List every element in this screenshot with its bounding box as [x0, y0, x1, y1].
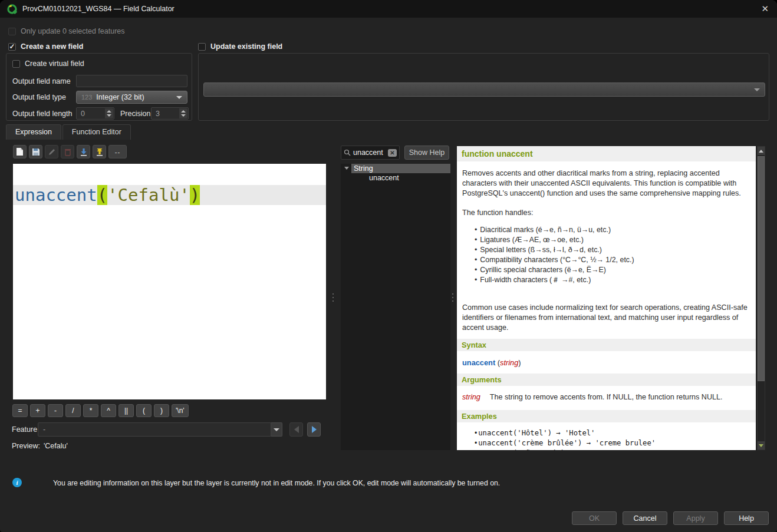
delete-expression-button[interactable]: [61, 145, 74, 158]
output-length-spinner[interactable]: 0: [76, 107, 114, 120]
scrollbar-thumb[interactable]: [758, 156, 765, 381]
argument-description: The string to remove accents from. If NU…: [490, 393, 723, 401]
feature-row: Feature -: [12, 422, 321, 437]
preview-row: Preview: 'Cefalu': [12, 442, 68, 450]
help-title: function unaccent: [457, 146, 756, 161]
op-minus-button[interactable]: -: [48, 404, 63, 417]
update-existing-row: Update existing field: [198, 42, 282, 51]
output-name-input[interactable]: [76, 75, 187, 87]
dialog-buttons: OK Cancel Apply Help: [572, 511, 769, 525]
number-type-icon: 123: [81, 94, 92, 101]
help-handles-list: Diacritical marks (é→e, ñ→n, ü→u, etc.) …: [475, 225, 756, 285]
import-expression-button[interactable]: [77, 145, 90, 158]
previous-feature-button[interactable]: [289, 422, 303, 437]
op-concat-button[interactable]: ||: [118, 404, 134, 417]
op-multiply-button[interactable]: *: [83, 404, 98, 417]
function-item-unaccent[interactable]: unaccent: [341, 173, 450, 183]
save-expression-button[interactable]: [29, 145, 42, 158]
arrow-up-icon: [759, 150, 763, 153]
output-type-row: Output field type 123 Integer (32 bit): [12, 91, 187, 104]
scroll-up-button[interactable]: [758, 147, 765, 155]
help-scrollbar[interactable]: [757, 146, 765, 450]
new-field-groupbox: Create virtual field Output field name O…: [6, 53, 192, 121]
list-item: Diacritical marks (é→e, ñ→n, ü→u, etc.): [475, 225, 756, 235]
precision-spinner[interactable]: 3: [151, 107, 189, 120]
output-length-value: 0: [81, 110, 85, 118]
syntax-close: ): [518, 358, 521, 367]
function-group-string[interactable]: String: [341, 164, 450, 173]
search-value: unaccent: [353, 148, 386, 157]
create-virtual-checkbox[interactable]: [12, 60, 20, 68]
op-equals-button[interactable]: =: [12, 404, 28, 417]
cancel-button[interactable]: Cancel: [623, 511, 667, 525]
list-item: Full-width characters (＃ →#, etc.): [475, 275, 756, 285]
list-item: Special letters (ß→ss, ł→l, ð→d, etc.): [475, 245, 756, 255]
chevron-down-icon: [274, 428, 279, 431]
check-icon: ✓: [9, 44, 15, 49]
arrow-down-icon: [80, 148, 88, 156]
create-new-field-checkbox[interactable]: ✓: [8, 43, 16, 51]
op-newline-button[interactable]: '\n': [172, 404, 189, 417]
tab-function-editor[interactable]: Function Editor: [62, 124, 131, 140]
window-title: ProvCM01012021_WGS84 — Field Calculator: [22, 5, 175, 13]
only-update-label: Only update 0 selected features: [21, 27, 125, 35]
show-help-button[interactable]: Show Help: [404, 146, 449, 160]
apply-button[interactable]: Apply: [673, 511, 718, 525]
list-item: unaccent('Hôtel') → 'Hotel': [475, 428, 756, 438]
op-power-button[interactable]: ^: [101, 404, 116, 417]
expression-extra-button[interactable]: --: [108, 145, 127, 158]
examples-list: unaccent('Hôtel') → 'Hotel' unaccent('cr…: [475, 428, 756, 450]
new-expression-button[interactable]: [13, 145, 27, 158]
function-search-input[interactable]: unaccent ✕: [341, 146, 400, 160]
help-button[interactable]: Help: [724, 511, 769, 525]
ok-button[interactable]: OK: [572, 511, 617, 525]
clear-search-icon[interactable]: ✕: [388, 149, 397, 157]
title-bar: ProvCM01012021_WGS84 — Field Calculator: [0, 0, 777, 18]
update-existing-checkbox[interactable]: [198, 43, 206, 51]
output-name-row: Output field name: [12, 75, 187, 87]
expression-editor[interactable]: unaccent('Cefalù'): [13, 164, 326, 399]
edit-expression-button[interactable]: [45, 145, 58, 158]
search-icon: [344, 149, 351, 156]
qgis-logo-icon: [7, 4, 17, 14]
function-group-label: String: [351, 164, 450, 173]
length-precision-row: Output field length 0 Precision 3: [12, 107, 189, 120]
arrow-down-icon: [759, 444, 763, 447]
help-paragraph: The function handles:: [462, 208, 750, 218]
help-panel: function unaccent Removes accents and ot…: [457, 146, 756, 450]
list-item: Compatibility characters (°C→°C, ½→ 1/2,…: [475, 255, 756, 265]
tab-bar: Expression Function Editor: [6, 124, 131, 140]
close-icon[interactable]: ✕: [761, 4, 769, 14]
field-calculator-dialog: ProvCM01012021_WGS84 — Field Calculator …: [0, 0, 777, 532]
chevron-expanded-icon[interactable]: [344, 167, 349, 170]
op-close-paren-button[interactable]: ): [154, 404, 169, 417]
splitter-handle[interactable]: [451, 290, 454, 305]
feature-dropdown-button[interactable]: [271, 422, 282, 437]
examples-header: Examples: [457, 410, 756, 422]
expression-open-paren: (: [97, 185, 107, 205]
only-update-checkbox[interactable]: [8, 28, 16, 35]
export-expression-button[interactable]: [93, 145, 106, 158]
spinner-arrows-icon[interactable]: [105, 108, 113, 118]
create-virtual-label: Create virtual field: [25, 60, 84, 68]
list-item: Cyrillic special characters (ё→e, Ё→E): [475, 265, 756, 275]
feature-label: Feature: [12, 425, 38, 434]
output-length-label: Output field length: [12, 110, 76, 118]
output-type-combobox[interactable]: 123 Integer (32 bit): [76, 91, 187, 104]
next-feature-button[interactable]: [307, 422, 321, 437]
op-plus-button[interactable]: +: [30, 404, 45, 417]
chevron-down-icon: [754, 88, 760, 91]
scroll-down-button[interactable]: [758, 441, 765, 450]
edit-mode-warning: You are editing information on this laye…: [53, 479, 500, 487]
syntax-open: (: [495, 358, 500, 367]
splitter-handle[interactable]: [331, 290, 334, 305]
tab-expression[interactable]: Expression: [6, 124, 61, 140]
arguments-header: Arguments: [457, 374, 756, 386]
op-open-paren-button[interactable]: (: [136, 404, 152, 417]
info-icon: i: [12, 478, 22, 487]
existing-field-combobox[interactable]: [203, 82, 765, 97]
new-file-icon: [16, 147, 24, 156]
spinner-arrows-icon[interactable]: [179, 108, 187, 118]
feature-combobox[interactable]: -: [38, 422, 271, 437]
op-divide-button[interactable]: /: [65, 404, 81, 417]
